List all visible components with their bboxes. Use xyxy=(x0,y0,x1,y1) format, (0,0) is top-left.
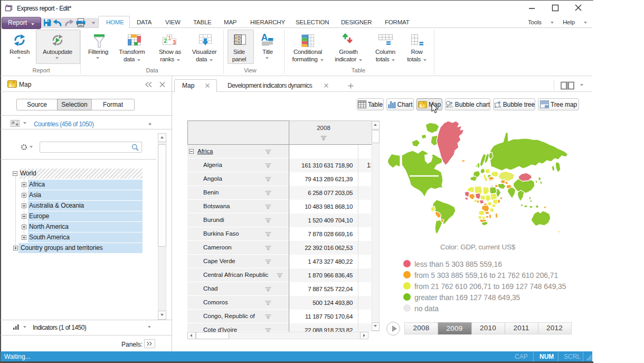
svg-text:2: 2 xyxy=(164,38,167,44)
svg-text:3: 3 xyxy=(173,39,176,45)
svg-text:A: A xyxy=(261,33,268,43)
svg-text:1: 1 xyxy=(168,35,171,41)
